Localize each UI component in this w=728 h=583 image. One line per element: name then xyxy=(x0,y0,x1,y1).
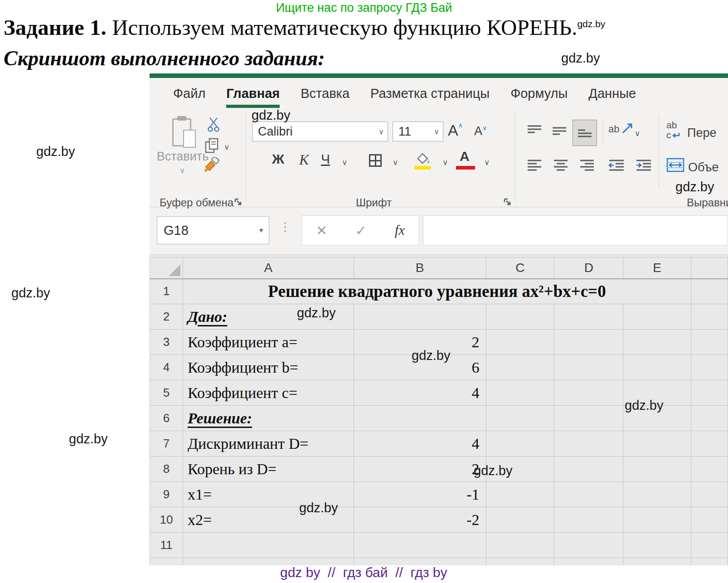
cell[interactable] xyxy=(691,304,728,330)
cell[interactable] xyxy=(691,482,728,507)
row-header[interactable]: 8 xyxy=(150,457,183,482)
paste-clipboard-icon[interactable] xyxy=(172,116,196,148)
cell-label[interactable]: Решение: xyxy=(183,406,354,431)
cell[interactable] xyxy=(486,558,554,566)
fill-color-chevron-icon[interactable]: ∨ xyxy=(442,158,448,167)
cancel-icon[interactable]: ✕ xyxy=(316,223,327,238)
enter-icon[interactable]: ✓ xyxy=(355,223,367,238)
cell[interactable] xyxy=(554,406,623,431)
cell[interactable] xyxy=(691,431,728,457)
font-size-combo[interactable]: 11 ∨ xyxy=(393,121,443,141)
cell[interactable] xyxy=(554,355,623,380)
cell-label[interactable]: Коэффициент a= xyxy=(183,330,354,355)
orientation-chevron-icon[interactable]: ∨ xyxy=(635,129,640,138)
row-header[interactable]: 9 xyxy=(150,482,183,507)
cell-value[interactable] xyxy=(354,304,486,330)
cell[interactable] xyxy=(554,431,623,457)
row-header[interactable]: 3 xyxy=(150,330,183,355)
decrease-indent-icon[interactable] xyxy=(608,159,625,172)
cell[interactable] xyxy=(183,558,354,566)
cell[interactable] xyxy=(554,304,623,330)
formula-bar-handle[interactable] xyxy=(284,222,286,232)
format-painter-icon[interactable] xyxy=(202,157,220,173)
row-header[interactable]: 12 xyxy=(150,558,183,566)
row-header[interactable]: 10 xyxy=(150,507,183,533)
cell[interactable] xyxy=(623,355,691,380)
cell[interactable] xyxy=(554,330,623,355)
column-header-a[interactable]: A xyxy=(183,257,354,279)
cell[interactable] xyxy=(691,533,728,558)
cell[interactable] xyxy=(623,431,691,457)
cell-value[interactable] xyxy=(354,406,486,431)
cell[interactable] xyxy=(691,380,728,406)
tab-formulas[interactable]: Формулы xyxy=(510,78,568,109)
underline-chevron-icon[interactable]: ∨ xyxy=(342,158,347,167)
name-box-dropdown-icon[interactable]: ▼ xyxy=(258,227,264,234)
align-top-icon[interactable] xyxy=(527,124,542,137)
copy-icon[interactable] xyxy=(205,138,219,153)
cell[interactable] xyxy=(623,304,691,330)
tab-file[interactable]: Файл xyxy=(173,78,205,109)
cut-scissors-icon[interactable] xyxy=(208,117,220,132)
tab-insert[interactable]: Вставка xyxy=(301,78,349,109)
font-dialog-launcher-icon[interactable] xyxy=(503,198,512,207)
cell-title-merged[interactable]: Решение квадратного уравнения ax²+bx+c=0 xyxy=(183,279,691,304)
underline-button[interactable]: Ч xyxy=(321,151,330,167)
bold-button[interactable]: Ж xyxy=(272,151,284,167)
cell[interactable] xyxy=(486,431,554,457)
merge-center-icon[interactable] xyxy=(666,158,684,172)
cell[interactable] xyxy=(554,482,623,507)
column-header-b[interactable]: B xyxy=(354,257,486,279)
cell-label[interactable]: Дискриминант D= xyxy=(183,431,354,457)
cell[interactable] xyxy=(691,507,728,533)
cell[interactable] xyxy=(486,380,554,406)
borders-icon[interactable] xyxy=(369,154,382,167)
cell-label[interactable]: Коэффициент c= xyxy=(183,380,354,406)
cell[interactable] xyxy=(623,533,691,558)
cell[interactable] xyxy=(554,380,623,406)
paste-dropdown-chevron-icon[interactable]: ∨ xyxy=(180,166,185,175)
merge-center-label[interactable]: Объе xyxy=(688,160,718,175)
cell[interactable] xyxy=(623,482,691,507)
cell-label[interactable]: Корень из D= xyxy=(183,457,354,482)
cell[interactable] xyxy=(486,330,554,355)
column-header-c[interactable]: C xyxy=(486,257,554,279)
formula-input[interactable] xyxy=(423,215,728,245)
tab-page-layout[interactable]: Разметка страницы xyxy=(370,78,490,109)
row-header[interactable]: 1 xyxy=(150,279,183,304)
cell[interactable] xyxy=(623,507,691,533)
align-center-icon[interactable] xyxy=(553,159,568,172)
wrap-text-button[interactable]: ab c xyxy=(666,121,680,141)
increase-indent-icon[interactable] xyxy=(636,159,652,172)
row-header[interactable]: 4 xyxy=(150,355,183,380)
fill-color-icon[interactable] xyxy=(413,151,432,165)
wrap-text-label[interactable]: Пере xyxy=(687,126,716,140)
insert-function-icon[interactable]: fx xyxy=(395,222,405,238)
cell[interactable] xyxy=(623,457,691,482)
cell[interactable] xyxy=(691,330,728,355)
font-color-button[interactable]: А xyxy=(460,149,470,164)
cell-value[interactable]: -2 xyxy=(354,507,486,533)
orientation-button[interactable]: ab xyxy=(608,122,633,135)
cell[interactable] xyxy=(691,355,728,380)
cell[interactable] xyxy=(691,457,728,482)
row-header[interactable]: 7 xyxy=(150,431,183,457)
cell-value[interactable]: 4 xyxy=(354,431,486,457)
cell[interactable] xyxy=(486,533,554,558)
cell[interactable] xyxy=(554,533,623,558)
font-name-combo[interactable]: Calibri ∨ xyxy=(252,121,388,141)
column-header-e[interactable]: E xyxy=(623,257,691,279)
font-color-chevron-icon[interactable]: ∨ xyxy=(484,158,490,167)
cell[interactable] xyxy=(183,533,354,558)
cell[interactable] xyxy=(554,457,623,482)
tab-data[interactable]: Данные xyxy=(588,78,636,109)
cell[interactable] xyxy=(554,558,623,566)
column-header-d[interactable]: D xyxy=(554,257,623,279)
cell-value[interactable]: 4 xyxy=(354,380,486,406)
row-header[interactable]: 6 xyxy=(150,406,183,431)
row-header[interactable]: 11 xyxy=(150,533,183,558)
cell[interactable] xyxy=(691,406,728,431)
cell[interactable] xyxy=(354,533,486,558)
cell[interactable] xyxy=(623,330,691,355)
align-left-icon[interactable] xyxy=(527,159,542,172)
